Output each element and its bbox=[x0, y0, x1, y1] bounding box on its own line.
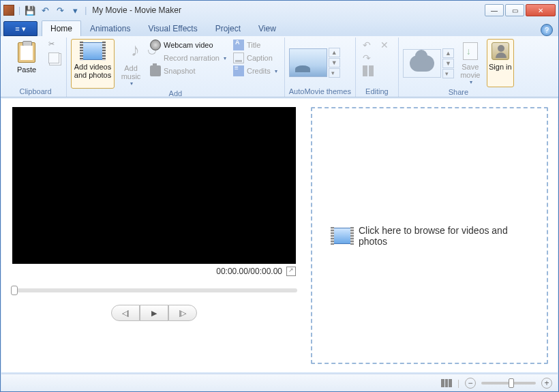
previous-frame-button[interactable]: ◁| bbox=[111, 305, 140, 321]
microphone-icon bbox=[150, 52, 161, 63]
credits-button[interactable]: Credits bbox=[230, 65, 280, 77]
window-controls: — ▭ ✕ bbox=[485, 4, 556, 16]
automovie-theme-gallery[interactable]: ▲ ▼ ▾ bbox=[289, 48, 340, 78]
tab-project[interactable]: Project bbox=[207, 20, 250, 36]
tab-view[interactable]: View bbox=[250, 20, 285, 36]
scroll-up-icon[interactable]: ▲ bbox=[329, 48, 340, 57]
title-icon bbox=[233, 40, 244, 50]
separator: | bbox=[18, 5, 20, 15]
camera-icon bbox=[150, 65, 161, 76]
group-label: AutoMovie themes bbox=[289, 87, 351, 97]
play-button[interactable]: ▶ bbox=[140, 305, 168, 321]
webcam-video-button[interactable]: Webcam video bbox=[147, 39, 229, 51]
group-label: Editing bbox=[360, 87, 394, 97]
group-add: Add videos and photos Add music Webcam v… bbox=[67, 37, 285, 97]
zoom-out-button[interactable]: − bbox=[465, 378, 476, 389]
separator: | bbox=[85, 5, 87, 15]
storyboard-prompt-text: Click here to browse for videos and phot… bbox=[359, 225, 526, 247]
delete-icon: ✕ bbox=[380, 40, 391, 50]
content-area: 00:00.00/00:00.00 ◁| ▶ |▷ Click here to … bbox=[1, 99, 558, 372]
storyboard-dropzone[interactable]: Click here to browse for videos and phot… bbox=[311, 107, 548, 364]
snapshot-button[interactable]: Snapshot bbox=[147, 65, 229, 77]
seek-slider[interactable] bbox=[11, 288, 297, 292]
maximize-button[interactable]: ▭ bbox=[505, 4, 524, 16]
minimize-button[interactable]: — bbox=[485, 4, 504, 16]
split-button[interactable] bbox=[360, 65, 376, 77]
app-window: | 💾 ↶ ↷ ▾ | My Movie - Movie Maker — ▭ ✕… bbox=[0, 0, 559, 392]
title-button[interactable]: Title bbox=[230, 39, 280, 51]
scroll-down-icon[interactable]: ▼ bbox=[329, 58, 340, 67]
webcam-icon bbox=[150, 40, 161, 50]
caption-icon bbox=[233, 52, 244, 63]
timecode-text: 00:00.00/00:00.00 bbox=[216, 267, 282, 276]
storyboard-prompt: Click here to browse for videos and phot… bbox=[312, 225, 547, 247]
thumbnail-size-icon[interactable] bbox=[441, 379, 452, 387]
group-label: Add bbox=[71, 89, 280, 99]
scroll-down-icon[interactable]: ▼ bbox=[442, 59, 454, 68]
add-music-button[interactable]: Add music bbox=[116, 39, 146, 89]
zoom-in-button[interactable]: + bbox=[541, 378, 552, 389]
redo-icon[interactable]: ↷ bbox=[55, 5, 65, 16]
tab-visual-effects[interactable]: Visual Effects bbox=[139, 20, 206, 36]
timecode-row: 00:00.00/00:00.00 bbox=[11, 264, 297, 279]
file-menu-button[interactable]: ≡ ▾ bbox=[3, 21, 37, 36]
user-icon bbox=[492, 42, 509, 60]
scroll-up-icon[interactable]: ▲ bbox=[442, 48, 454, 58]
rotate-right-icon bbox=[363, 52, 374, 63]
sign-in-button[interactable]: Sign in bbox=[487, 39, 514, 87]
group-label: Clipboard bbox=[9, 87, 62, 97]
help-icon[interactable]: ? bbox=[541, 24, 553, 36]
save-icon[interactable]: 💾 bbox=[25, 5, 35, 16]
share-gallery[interactable]: ▲ ▼ ▾ bbox=[403, 39, 454, 87]
window-title: My Movie - Movie Maker bbox=[92, 5, 485, 15]
caption-button[interactable]: Caption bbox=[230, 52, 280, 64]
ribbon: Paste ✂ Clipboard Add videos and photos … bbox=[1, 36, 558, 97]
zoom-slider[interactable] bbox=[481, 382, 536, 385]
record-narration-button[interactable]: Record narration bbox=[147, 52, 229, 64]
undo-icon[interactable]: ↶ bbox=[40, 5, 50, 16]
split-icon bbox=[363, 65, 374, 76]
tab-home[interactable]: Home bbox=[42, 20, 81, 36]
filmstrip-icon bbox=[333, 228, 352, 244]
group-share: ▲ ▼ ▾ Save movie Sign in Share bbox=[399, 37, 518, 97]
add-videos-photos-button[interactable]: Add videos and photos bbox=[71, 39, 115, 89]
seek-thumb[interactable] bbox=[11, 286, 18, 295]
group-clipboard: Paste ✂ Clipboard bbox=[5, 37, 67, 97]
fullscreen-icon[interactable] bbox=[286, 267, 296, 276]
close-button[interactable]: ✕ bbox=[526, 4, 556, 16]
group-editing: ✕ Editing bbox=[356, 37, 399, 97]
theme-thumbnail-icon bbox=[289, 48, 327, 77]
app-icon bbox=[3, 5, 14, 16]
qat-dropdown-icon[interactable]: ▾ bbox=[70, 5, 80, 16]
cut-button[interactable]: ✂ bbox=[46, 39, 62, 51]
save-movie-icon bbox=[463, 42, 478, 60]
preview-pane: 00:00.00/00:00.00 ◁| ▶ |▷ bbox=[11, 107, 297, 364]
rotate-right-button[interactable] bbox=[360, 52, 376, 64]
ribbon-tabs: ≡ ▾ Home Animations Visual Effects Proje… bbox=[1, 20, 558, 36]
video-preview bbox=[12, 107, 296, 264]
clipboard-icon bbox=[18, 42, 35, 63]
rotate-left-icon bbox=[363, 40, 374, 50]
next-frame-button[interactable]: |▷ bbox=[168, 305, 197, 321]
status-bar: | − + bbox=[1, 374, 558, 391]
rotate-left-button[interactable] bbox=[360, 39, 376, 51]
group-label: Share bbox=[403, 87, 514, 97]
titlebar: | 💾 ↶ ↷ ▾ | My Movie - Movie Maker — ▭ ✕ bbox=[1, 1, 558, 20]
gallery-expand-icon[interactable]: ▾ bbox=[442, 69, 454, 78]
copy-button[interactable] bbox=[46, 52, 62, 64]
quick-access-toolbar: | 💾 ↶ ↷ ▾ | bbox=[3, 5, 87, 16]
music-note-icon bbox=[123, 42, 139, 61]
tab-animations[interactable]: Animations bbox=[81, 20, 139, 36]
gallery-expand-icon[interactable]: ▾ bbox=[329, 68, 340, 78]
delete-button[interactable]: ✕ bbox=[378, 39, 394, 51]
cloud-icon bbox=[410, 55, 434, 72]
separator: | bbox=[457, 378, 459, 388]
zoom-thumb[interactable] bbox=[509, 378, 514, 388]
scissors-icon: ✂ bbox=[48, 40, 59, 50]
playback-controls: ◁| ▶ |▷ bbox=[111, 305, 197, 321]
filmstrip-icon bbox=[82, 42, 104, 60]
paste-button[interactable]: Paste bbox=[9, 39, 44, 87]
gallery-scroll: ▲ ▼ ▾ bbox=[329, 48, 340, 78]
save-movie-button[interactable]: Save movie bbox=[455, 39, 485, 87]
group-automovie: ▲ ▼ ▾ AutoMovie themes bbox=[285, 37, 356, 97]
